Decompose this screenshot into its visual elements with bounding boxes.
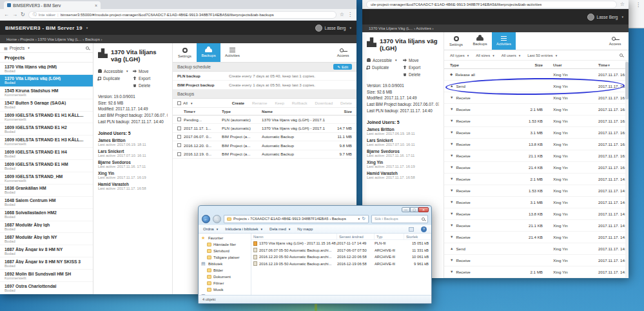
select-all-label[interactable]: All <box>183 101 188 105</box>
project-list-item[interactable]: 1687 Modulär Åby lgh NY Bodad <box>0 233 93 245</box>
activity-row[interactable]: Send Xing Yin 2017.11.17. 16:19 <box>444 81 629 92</box>
activity-row[interactable]: Receive Xing Yin 2017.11.17. 14:40 <box>444 255 629 266</box>
user-menu[interactable]: Lasse Berg <box>597 15 618 19</box>
browser-tab[interactable]: BIMSERVER3 - BIM Serv × <box>4 1 101 9</box>
export-button[interactable]: Export <box>403 65 439 70</box>
views-icon[interactable] <box>409 227 414 232</box>
project-list-item[interactable]: 1636 Grankällan HM Bodad <box>0 185 93 197</box>
site-info-icon[interactable]: ⓘ <box>33 12 37 17</box>
backup-row[interactable]: Pending... PLN (automatic) 1370 Vita lil… <box>173 115 356 124</box>
tree-item[interactable]: Filmer <box>199 280 251 286</box>
tree-item[interactable]: Tidigare platser <box>199 254 251 261</box>
backup-row[interactable]: 2016.12.20. 0... BIM Project (a... Autom… <box>173 141 356 150</box>
menu-dots-icon[interactable]: ⋮ <box>347 12 353 17</box>
duplicate-button[interactable]: Duplicate <box>367 65 403 70</box>
chevron-down-icon[interactable]: ▾ <box>358 217 360 221</box>
activity-row[interactable]: Receive 21.4 KB Xing Yin 2017.11.17. 14:… <box>444 232 629 243</box>
accessible-button[interactable]: Accessible▾ <box>367 58 403 63</box>
access-button[interactable]: Access <box>329 43 356 62</box>
project-list-item[interactable]: 1545 Kiruna Stadshus HM Kommersiellt <box>0 87 93 99</box>
tree-item[interactable]: Bibliotek <box>199 261 251 267</box>
forward-button[interactable]: → <box>213 215 221 223</box>
activity-row[interactable]: Receive 2.1 MB Xing Yin 2017.11.17. 14:3… <box>444 266 629 278</box>
backup-row[interactable]: 2017.11.17. 1... PLN (automatic) 1370 Vi… <box>173 124 356 132</box>
column-size[interactable]: Storlek <box>404 234 431 239</box>
activity-row[interactable]: Receive 21.4 KB Xing Yin 2017.11.17. 16:… <box>444 162 629 174</box>
column-time[interactable]: Time▾ <box>184 109 219 114</box>
create-backup-button[interactable]: Create <box>232 101 244 105</box>
project-list-item[interactable]: 1547 Bulten 5 Garage (SAGA) Bodad <box>0 99 93 112</box>
user-avatar[interactable] <box>587 14 594 21</box>
activity-row[interactable]: Send Xing Yin 2017.11.17. 14:40 <box>444 243 629 255</box>
search-box[interactable]: Sök i Backups <box>371 215 428 223</box>
project-list-item[interactable]: 1697 Östra Charlottendal Bodad <box>0 282 93 294</box>
project-list-item[interactable]: 1668 Solvallastaden HM2 Bodad <box>0 209 93 221</box>
scrollbar[interactable] <box>625 61 629 278</box>
include-in-library-menu[interactable]: Inkludera i bibliotek▾ <box>225 227 262 231</box>
move-button[interactable]: Move <box>133 69 168 74</box>
project-list-item[interactable]: 1687 Modulär Åby lgh Bodad <box>0 221 93 234</box>
project-list-item[interactable]: 1692 Molin Bil Sundsvall HM SH Kommersie… <box>0 270 93 282</box>
row-checkbox[interactable] <box>177 143 181 147</box>
app-logo[interactable]: BIMSERVER3 - BIM Server 19 <box>5 25 83 31</box>
search-icon[interactable] <box>86 46 89 50</box>
activity-row[interactable]: Receive 2.1 MB Xing Yin 2017.11.17. 16:1… <box>444 104 629 115</box>
filter-all-sizes[interactable]: All sizes▾ <box>476 54 494 57</box>
address-breadcrumb[interactable]: Projects › 7C6AADC7-E1AD-4B6E-9913-348B7… <box>224 215 369 223</box>
tree-item[interactable]: Skrivbord <box>199 248 251 254</box>
row-checkbox[interactable] <box>177 126 181 130</box>
project-list-item[interactable]: 1609 IGELSTA STRAND E1 H1 KÄLL... Kommer… <box>0 112 93 124</box>
organize-menu[interactable]: Ordna▾ <box>203 227 218 231</box>
column-type[interactable]: Type <box>222 109 259 114</box>
delete-backup-button[interactable]: Delete <box>340 101 352 105</box>
breadcrumb[interactable]: 1370 Vita Liljans Väg (L... › Activities… <box>362 25 629 32</box>
refresh-icon[interactable]: ↻ <box>362 216 366 221</box>
share-with-menu[interactable]: Dela med▾ <box>269 227 290 231</box>
tree-item[interactable]: Favoriter <box>199 235 251 241</box>
backup-row[interactable]: 2017.06.07. 0... BIM Project (a... Autom… <box>173 133 356 141</box>
user-menu[interactable]: Lasse Berg <box>325 26 346 30</box>
activity-row[interactable]: Receive 1.53 KB Xing Yin 2017.11.17. 14:… <box>444 185 629 197</box>
column-time[interactable]: Time▾ <box>588 63 629 67</box>
tree-item[interactable]: Dokument <box>199 274 251 280</box>
project-list-item[interactable]: 1609 IGELSTA STRAND E1 H4 Bodad <box>0 148 93 160</box>
row-checkbox[interactable] <box>177 117 181 121</box>
filter-all-types[interactable]: All types▾ <box>450 54 469 57</box>
project-list-item[interactable]: 1370 Vita liljans väg (HM) Bodad <box>0 63 93 75</box>
menu-dots-icon[interactable]: ⋮ <box>636 2 641 8</box>
tree-item[interactable]: Bilder <box>199 267 251 274</box>
export-button[interactable]: Export <box>133 76 168 81</box>
activity-row[interactable]: Receive 13.8 KB Xing Yin 2017.11.17. 16:… <box>444 139 629 150</box>
close-button[interactable]: ✕ <box>418 207 429 212</box>
activity-row[interactable]: Receive Xing Yin 2017.11.17. 16:19 <box>444 92 629 104</box>
column-size[interactable]: Size <box>327 109 352 114</box>
column-type[interactable]: Typ <box>375 234 404 239</box>
address-bar[interactable]: ule-project-manager/&od7C6AADC7-E1AD-4B6… <box>366 1 617 8</box>
file-row[interactable]: 2016.12.19 05-50 Automatic Backup.archi.… <box>251 261 431 268</box>
download-button[interactable]: Download <box>315 101 333 105</box>
project-list-item[interactable]: 1648 Salem Centrum HM Bodad <box>0 197 93 209</box>
column-name[interactable]: Namn <box>251 234 337 239</box>
column-name[interactable]: Name <box>262 109 325 114</box>
accessible-button[interactable]: Accessible▾ <box>98 69 133 74</box>
activity-row[interactable]: Release all Xing Yin 2017.11.17. 16:19 <box>444 69 629 81</box>
new-folder-button[interactable]: Ny mapp <box>297 227 313 231</box>
tree-item[interactable]: Musik <box>199 286 251 293</box>
delete-button[interactable]: Delete <box>133 83 168 88</box>
activity-row[interactable]: Receive 3.1 MB Xing Yin 2017.11.17. 16:1… <box>444 127 629 139</box>
tab-settings[interactable]: Settings <box>444 32 468 50</box>
select-all-checkbox[interactable] <box>177 101 181 105</box>
minimize-button[interactable]: — <box>402 207 410 212</box>
tab-settings[interactable]: Settings <box>173 43 197 62</box>
tab-close-icon[interactable]: × <box>95 3 97 8</box>
project-list-item[interactable]: 1609 IGELSTA STRAND_HM Kommersiellt <box>0 172 93 185</box>
user-avatar[interactable] <box>315 25 322 32</box>
project-list-item[interactable]: 1609 IGELSTA STRAND E1 HM Bodad <box>0 160 93 172</box>
activity-row[interactable]: Receive 2.1 MB Xing Yin 2017.11.17. 14:4… <box>444 174 629 185</box>
address-bar[interactable]: ⓘ Inte säker | bimserver3:55000/#/module… <box>28 11 337 19</box>
file-row[interactable]: 2016.12.20 05-50 Automatic Backup.archi.… <box>251 254 431 261</box>
filter-all-users[interactable]: All users▾ <box>502 54 521 57</box>
forward-icon[interactable]: → <box>12 12 17 17</box>
file-row[interactable]: 1370 Vita liljans väg (LGH) - 2017.11.15… <box>251 240 431 247</box>
bookmark-star-icon[interactable]: ☆ <box>620 2 625 7</box>
